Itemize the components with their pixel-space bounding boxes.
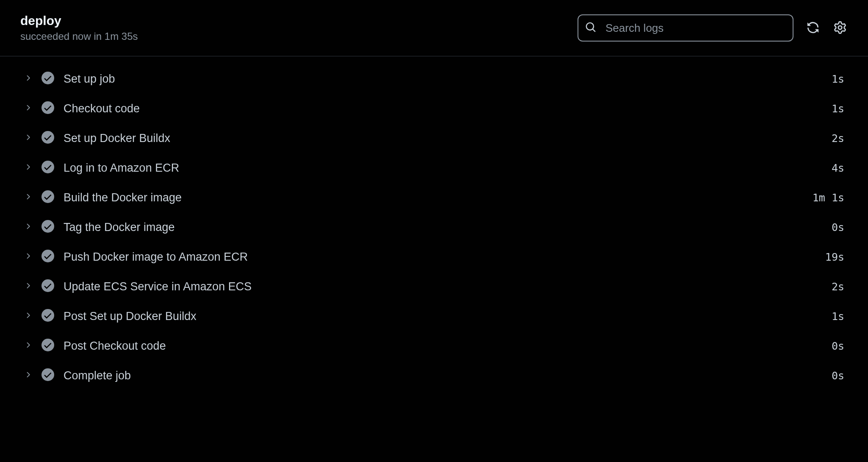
step-duration: 4s — [832, 162, 844, 174]
step-row[interactable]: Push Docker image to Amazon ECR19s — [20, 242, 848, 272]
step-row[interactable]: Set up job1s — [20, 64, 848, 94]
chevron-right-icon — [24, 341, 32, 351]
check-circle-icon — [41, 368, 54, 383]
step-name: Post Set up Docker Buildx — [64, 310, 822, 323]
svg-point-4 — [41, 190, 54, 203]
gear-icon — [834, 21, 846, 35]
step-duration: 0s — [832, 370, 844, 382]
step-row[interactable]: Tag the Docker image0s — [20, 212, 848, 242]
step-name: Checkout code — [64, 102, 822, 115]
svg-point-5 — [41, 220, 54, 233]
svg-point-10 — [41, 368, 54, 381]
check-circle-icon — [41, 190, 54, 205]
header: deploy succeeded now in 1m 35s — [0, 0, 868, 56]
step-name: Complete job — [64, 369, 822, 382]
step-duration: 2s — [832, 132, 844, 145]
step-row[interactable]: Set up Docker Buildx2s — [20, 123, 848, 153]
svg-point-0 — [41, 72, 54, 84]
check-circle-icon — [41, 101, 54, 116]
step-duration: 0s — [832, 340, 844, 352]
svg-point-2 — [41, 131, 54, 144]
chevron-right-icon — [24, 370, 32, 381]
chevron-right-icon — [24, 252, 32, 262]
header-left: deploy succeeded now in 1m 35s — [20, 14, 138, 42]
chevron-right-icon — [24, 281, 32, 292]
step-duration: 19s — [825, 251, 844, 263]
step-row[interactable]: Complete job0s — [20, 361, 848, 390]
job-title: deploy — [20, 14, 138, 28]
check-circle-icon — [41, 309, 54, 323]
step-row[interactable]: Post Checkout code0s — [20, 331, 848, 361]
search-input[interactable] — [578, 14, 793, 42]
svg-point-9 — [41, 339, 54, 351]
step-row[interactable]: Log in to Amazon ECR4s — [20, 153, 848, 183]
check-circle-icon — [41, 279, 54, 294]
step-name: Log in to Amazon ECR — [64, 161, 822, 175]
step-row[interactable]: Build the Docker image1m 1s — [20, 183, 848, 212]
check-circle-icon — [41, 339, 54, 353]
job-status: succeeded now in 1m 35s — [20, 31, 138, 42]
step-duration: 1s — [832, 310, 844, 323]
refresh-icon — [807, 21, 819, 35]
chevron-right-icon — [24, 103, 32, 114]
step-name: Update ECS Service in Amazon ECS — [64, 280, 822, 293]
header-right — [578, 14, 848, 42]
step-row[interactable]: Post Set up Docker Buildx1s — [20, 301, 848, 331]
chevron-right-icon — [24, 311, 32, 321]
step-row[interactable]: Update ECS Service in Amazon ECS2s — [20, 272, 848, 301]
step-name: Tag the Docker image — [64, 221, 822, 234]
svg-point-3 — [41, 161, 54, 173]
step-name: Set up job — [64, 72, 822, 86]
step-duration: 1s — [832, 73, 844, 85]
chevron-right-icon — [24, 222, 32, 232]
chevron-right-icon — [24, 192, 32, 203]
svg-point-1 — [41, 101, 54, 114]
settings-button[interactable] — [832, 20, 848, 36]
svg-point-7 — [41, 279, 54, 292]
refresh-button[interactable] — [805, 20, 821, 36]
step-name: Build the Docker image — [64, 191, 803, 204]
chevron-right-icon — [24, 163, 32, 173]
step-name: Push Docker image to Amazon ECR — [64, 250, 816, 264]
step-duration: 0s — [832, 221, 844, 234]
check-circle-icon — [41, 161, 54, 175]
check-circle-icon — [41, 131, 54, 145]
step-row[interactable]: Checkout code1s — [20, 94, 848, 123]
step-duration: 1m 1s — [813, 192, 844, 204]
svg-point-8 — [41, 309, 54, 322]
step-name: Set up Docker Buildx — [64, 132, 822, 145]
step-duration: 1s — [832, 103, 844, 115]
steps-list: Set up job1sCheckout code1sSet up Docker… — [0, 56, 868, 398]
step-duration: 2s — [832, 281, 844, 293]
svg-point-6 — [41, 250, 54, 262]
check-circle-icon — [41, 220, 54, 234]
check-circle-icon — [41, 72, 54, 86]
step-name: Post Checkout code — [64, 340, 822, 353]
search-wrap — [578, 14, 793, 42]
chevron-right-icon — [24, 133, 32, 143]
chevron-right-icon — [24, 74, 32, 84]
check-circle-icon — [41, 250, 54, 264]
